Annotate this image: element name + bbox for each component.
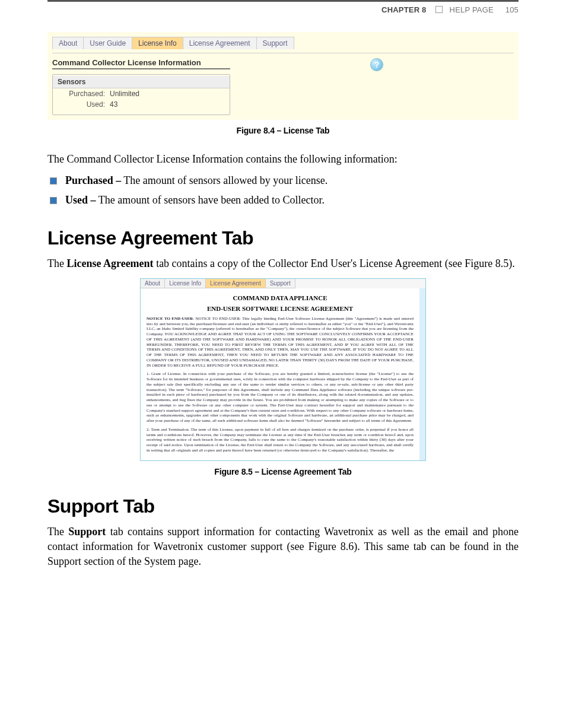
- eula-document[interactable]: COMMAND DATA APPLIANCE END-USER SOFTWARE…: [141, 288, 425, 460]
- support-paragraph: The Support tab contains support informa…: [47, 524, 519, 570]
- page-header: CHAPTER 8 HELP PAGE 105: [47, 2, 519, 32]
- used-label: Used:: [58, 100, 105, 109]
- tab-license-info[interactable]: License Info: [132, 37, 183, 49]
- eula-p2: 1. Grant of License. In connection with …: [147, 371, 414, 424]
- help-icon[interactable]: ?: [370, 58, 383, 71]
- tab2-support[interactable]: Support: [266, 279, 295, 288]
- purchased-value: Unlimited: [110, 90, 139, 98]
- page-number: 105: [505, 5, 519, 14]
- license-strong: License Agreement: [66, 257, 153, 269]
- figure-8-5-caption: Figure 8.5 – License Agreement Tab: [47, 467, 519, 476]
- bullet-list: Purchased – The amount of sensors allowe…: [47, 173, 519, 208]
- figure-8-4: About User Guide License Info License Ag…: [47, 32, 519, 120]
- tab-bar: About User Guide License Info License Ag…: [52, 37, 514, 49]
- tab-bar-2: About License Info License Agreement Sup…: [141, 279, 425, 288]
- tab-about[interactable]: About: [52, 37, 83, 49]
- bullet-used-text: The amount of sensors have been added to…: [96, 194, 325, 206]
- bullet-purchased: Purchased – The amount of sensors allowe…: [47, 173, 519, 189]
- tab-license-agreement[interactable]: License Agreement: [183, 37, 256, 49]
- bullet-used: Used – The amount of sensors have been a…: [47, 192, 519, 208]
- tab-support[interactable]: Support: [256, 37, 294, 49]
- figure-8-5: About License Info License Agreement Sup…: [47, 278, 519, 460]
- section-title: Command Collector License Information: [52, 58, 514, 67]
- row-used: Used: 43: [53, 99, 230, 110]
- figure-8-4-caption: Figure 8.4 – License Tab: [47, 126, 519, 135]
- heading-license-agreement: License Agreement Tab: [47, 227, 519, 249]
- intro-paragraph: The Command Collector License Informatio…: [47, 152, 519, 167]
- page-label: HELP PAGE: [450, 5, 494, 14]
- tab2-about[interactable]: About: [141, 279, 165, 288]
- eula-p3: 2. Term and Termination. The term of thi…: [147, 427, 414, 453]
- chapter-label: CHAPTER 8: [381, 5, 426, 14]
- bullet-purchased-text: The amount of sensors allowed by your li…: [121, 174, 327, 186]
- tab-user-guide[interactable]: User Guide: [83, 37, 132, 49]
- purchased-label: Purchased:: [58, 90, 105, 98]
- bullet-used-term: Used –: [65, 194, 96, 206]
- sensors-panel: Sensors Purchased: Unlimited Used: 43: [52, 74, 230, 115]
- checkbox-icon: [435, 6, 443, 13]
- license-paragraph: The License Agreement tab contains a cop…: [47, 256, 519, 271]
- eula-title-1: COMMAND DATA APPLIANCE: [147, 294, 414, 302]
- row-purchased: Purchased: Unlimited: [53, 88, 230, 99]
- heading-support: Support Tab: [47, 495, 519, 517]
- tab2-license-info[interactable]: License Info: [165, 279, 206, 288]
- divider: [52, 68, 230, 69]
- panel-title: Sensors: [53, 76, 230, 88]
- bullet-purchased-term: Purchased –: [65, 174, 121, 186]
- used-value: 43: [110, 100, 117, 109]
- eula-title-2: END-USER SOFTWARE LICENSE AGREEMENT: [147, 305, 414, 313]
- tab2-license-agreement[interactable]: License Agreement: [206, 279, 266, 288]
- support-strong: Support: [68, 526, 106, 538]
- eula-p1: NOTICE TO END-USER: This legally binding…: [147, 316, 414, 368]
